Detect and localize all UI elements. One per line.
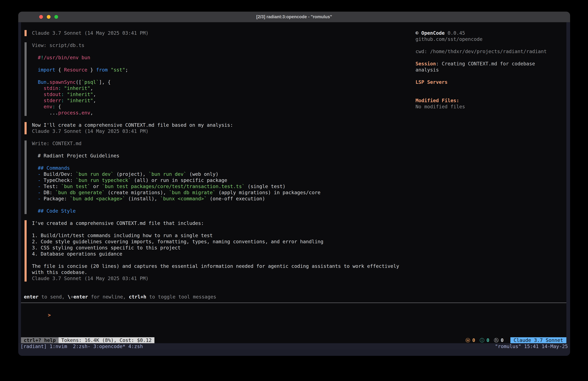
text-segment: .: [79, 110, 82, 116]
model-badge[interactable]: Claude 3.7 Sonnet: [510, 337, 566, 343]
chat-line: - Build/Dev: `bun run dev` (project), `b…: [32, 171, 566, 177]
text-segment: `bun db migrate`: [169, 190, 216, 195]
text-segment: :: [58, 85, 61, 91]
session-label: Session: [416, 61, 436, 67]
text-segment: Claude 3.7 Sonnet (14 May 2025 03:41 PM): [32, 276, 148, 281]
text-segment: (install),: [125, 196, 160, 202]
text-segment: [32, 91, 43, 97]
text-segment: or: [90, 183, 102, 189]
text-segment: [32, 196, 38, 202]
text-segment: spawnSync: [49, 79, 76, 85]
text-segment: 3. CSS styling conventions specific to t…: [32, 245, 181, 250]
message-block-assistant-1: Now I'll create a comprehensive CONTEXT.…: [24, 122, 566, 134]
text-segment: to send,: [38, 294, 68, 300]
text-segment: "inherit": [64, 85, 90, 91]
text-segment: [32, 178, 38, 183]
text-segment: Build/Dev:: [41, 171, 76, 177]
chat-line: 1. Build/lint/test commands including ho…: [32, 232, 566, 239]
text-segment: View: script/db.ts: [32, 43, 84, 48]
text-segment: (one-off execution): [207, 196, 265, 202]
text-segment: :: [52, 104, 55, 110]
text-segment: Package:: [41, 196, 70, 202]
chat-line: 2. Code style guidelines covering import…: [32, 239, 566, 245]
sidebar: © OpenCode 0.0.45 github.com/sst/opencod…: [416, 30, 566, 110]
info-icon: ⓘ: [480, 337, 484, 343]
text-segment: `bun db generate`: [55, 190, 105, 195]
text-segment: Now I'll create a comprehensive CONTEXT.…: [32, 122, 233, 128]
diagnostics-group: ⓦ0ⓘ0ⓗ0: [465, 337, 504, 343]
chat-line: - Package: `bun add <package>` (install)…: [32, 196, 566, 202]
text-segment: :: [61, 98, 64, 103]
status-bar: ctrl+? help Tokens: 16.4K (8%), Cost: $0…: [21, 337, 566, 343]
text-segment: [64, 98, 67, 103]
traffic-lights: [39, 12, 58, 22]
text-segment: -: [38, 171, 41, 177]
tmux-host-clock: "romulus" 15:41 14-May-25: [495, 344, 568, 349]
text-segment: .: [46, 79, 49, 85]
text-segment: DB:: [41, 190, 55, 195]
input-divider: [21, 303, 566, 303]
text-segment: [32, 171, 38, 177]
text-segment: Write: CONTEXT.md: [32, 141, 82, 146]
diagnostic-info: ⓘ0: [480, 337, 489, 343]
chat-line: - TypeCheck: `bun run typecheck` (all) o…: [32, 177, 566, 183]
tmux-status-bar: [radiant] 1:nvim 2:zsh- 3:opencode* 4:zs…: [18, 343, 570, 350]
text-segment: [32, 208, 38, 214]
text-segment: -: [38, 196, 41, 202]
text-segment: to toggle tool messages: [146, 294, 216, 300]
chat-line: - Test: `bun test` or `bun test packages…: [32, 183, 566, 190]
text-segment: [32, 104, 43, 110]
chat-line: Now I'll create a comprehensive CONTEXT.…: [32, 122, 566, 128]
text-segment: TypeCheck:: [41, 178, 76, 183]
prompt-input[interactable]: >: [24, 306, 566, 312]
text-segment: [61, 85, 64, 91]
close-button[interactable]: [39, 15, 43, 19]
text-segment: }: [87, 67, 96, 73]
text-segment: /usr/bin/env bun: [43, 55, 90, 60]
text-segment: [108, 67, 111, 73]
text-segment: ,: [90, 85, 93, 91]
text-segment: I've created a comprehensive CONTEXT.md …: [32, 220, 204, 226]
text-segment: `bunx <command>`: [160, 196, 207, 202]
chat-line: # Radiant Project Guidelines: [32, 153, 566, 159]
text-segment: {: [55, 104, 61, 110]
text-segment: ## Commands: [38, 165, 70, 171]
minimize-button[interactable]: [47, 15, 50, 19]
text-segment: [32, 98, 43, 103]
text-segment: ,: [90, 110, 93, 116]
chat-line: [32, 159, 566, 165]
app-version: 0.0.45: [445, 30, 465, 36]
repo-link: github.com/sst/opencode: [416, 36, 566, 42]
modified-files-value: No modified files: [416, 104, 566, 110]
zoom-button[interactable]: [54, 15, 58, 19]
text-segment: !: [41, 55, 43, 60]
text-segment: `psql`: [82, 79, 99, 85]
text-segment: [32, 190, 38, 195]
chat-line: - DB: `bun db generate` (create migratio…: [32, 190, 566, 196]
text-segment: [32, 165, 38, 171]
help-badge[interactable]: ctrl+? help: [21, 337, 59, 343]
text-segment: "inherit": [67, 98, 93, 103]
text-segment: The file is concise (20 lines) and captu…: [32, 263, 399, 269]
text-segment: for newline,: [88, 294, 129, 300]
chat-line: ...process.env,: [32, 110, 566, 116]
chat-line: [32, 147, 566, 153]
text-segment: stdout: [43, 91, 61, 97]
text-segment: {: [55, 67, 64, 73]
text-segment: stdin: [43, 85, 58, 91]
text-segment: "sst": [111, 67, 125, 73]
text-segment: ,: [93, 98, 96, 103]
chat-line: ## Code Style: [32, 208, 566, 214]
text-segment: ], {: [99, 79, 110, 85]
text-segment: process: [58, 110, 79, 116]
app-name: © OpenCode: [416, 30, 445, 36]
text-segment: (single test): [245, 183, 286, 189]
diagnostic-count: 0: [472, 337, 475, 343]
text-segment: (apply migrations) in packages/core: [216, 190, 320, 195]
tmux-window-list[interactable]: [radiant] 1:nvim 2:zsh- 3:opencode* 4:zs…: [21, 344, 143, 349]
text-segment: #: [38, 55, 41, 60]
text-segment: 4. Database operations guidance: [32, 251, 122, 257]
chat-line: Claude 3.7 Sonnet (14 May 2025 03:41 PM): [32, 128, 566, 134]
window-title: [2/3] radiant:3:opencode - "romulus": [256, 14, 332, 19]
app-logo: © OpenCode 0.0.45: [416, 30, 566, 36]
